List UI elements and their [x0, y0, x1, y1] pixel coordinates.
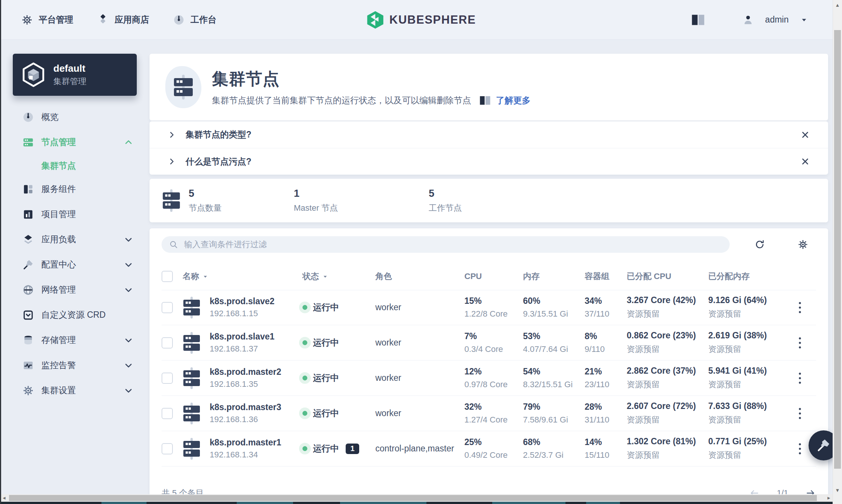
sidebar-item-app-workloads[interactable]: 应用负载	[0, 227, 150, 252]
column-settings-gear-icon[interactable]	[798, 239, 808, 250]
column-header[interactable]: 已分配 CPU	[627, 271, 708, 282]
sidebar-item-cluster-nodes[interactable]: 集群节点	[0, 155, 150, 177]
faq-row-node-types[interactable]: 集群节点的类型?	[150, 121, 828, 148]
allocated-memory: 7.633 Gi (88%)	[708, 401, 783, 411]
column-header[interactable]: 容器组	[585, 271, 627, 282]
cluster-subtitle: 集群管理	[53, 76, 86, 87]
sidebar-item-cluster-settings[interactable]: 集群设置	[0, 378, 150, 403]
row-checkbox[interactable]	[162, 408, 173, 419]
scroll-left-arrow[interactable]: ◄	[0, 494, 8, 502]
column-label: 已分配内存	[708, 271, 750, 282]
column-header[interactable]: 名称	[183, 271, 302, 282]
sidebar-item-label: 概览	[41, 111, 133, 123]
select-all-checkbox[interactable]	[162, 271, 173, 282]
scroll-up-arrow[interactable]: ▲	[833, 0, 842, 10]
row-checkbox[interactable]	[162, 302, 173, 313]
node-name[interactable]: k8s.prod.master1	[210, 438, 281, 448]
nav-item-appstore[interactable]: 应用商店	[97, 14, 149, 26]
column-label: 容器组	[585, 271, 609, 282]
close-icon[interactable]	[800, 130, 810, 140]
sidebar-item-service-components[interactable]: 服务组件	[0, 177, 150, 202]
node-name[interactable]: k8s.prod.master2	[210, 367, 281, 377]
nav-item-workbench[interactable]: 工作台	[173, 14, 216, 26]
horizontal-scroll-thumb[interactable]	[9, 495, 817, 501]
cluster-selector[interactable]: default 集群管理	[13, 54, 137, 96]
user-menu-caret-icon[interactable]	[800, 16, 808, 24]
search-icon	[169, 240, 178, 249]
vertical-scrollbar[interactable]: ▲ ▼	[833, 0, 842, 504]
sidebar-item-config-center[interactable]: 配置中心	[0, 252, 150, 277]
row-actions-kebab-icon[interactable]	[798, 407, 802, 420]
stat-label: 工作节点	[429, 202, 462, 214]
memory-percent: 79%	[523, 402, 585, 412]
row-checkbox[interactable]	[162, 443, 173, 454]
sidebar-menu: 概览 节点管理 集群节点 服务组件 项目管理 应用负载	[0, 104, 150, 403]
sidebar-item-label: 节点管理	[41, 136, 124, 148]
column-header[interactable]: 已分配内存	[708, 271, 783, 282]
stat-total-nodes: 5 节点数量	[162, 179, 222, 222]
status-dot	[302, 376, 307, 380]
page-header-card: 集群节点 集群节点提供了当前集群下节点的运行状态，以及可以编辑删除节点 了解更多	[150, 54, 828, 121]
close-icon[interactable]	[800, 157, 810, 166]
row-checkbox[interactable]	[162, 337, 173, 349]
column-header[interactable]: CPU	[464, 272, 523, 281]
memory-percent: 68%	[523, 437, 585, 447]
documentation-icon[interactable]	[691, 14, 705, 26]
row-actions-kebab-icon[interactable]	[798, 337, 802, 349]
faq-row-node-taints[interactable]: 什么是节点污点?	[150, 148, 828, 175]
name-cell: k8s.prod.master2 192.168.1.35	[183, 367, 302, 389]
column-header[interactable]: 状态	[302, 271, 375, 282]
horizontal-scrollbar[interactable]: ◄ ►	[0, 494, 833, 502]
allocated-memory: 2.619 Gi (38%)	[708, 330, 783, 341]
column-header[interactable]: 角色	[375, 271, 464, 282]
globe-icon	[23, 284, 34, 296]
sidebar-item-monitoring[interactable]: 监控告警	[0, 353, 150, 378]
status-text: 运行中	[313, 372, 339, 384]
cpu-cell: 7% 0.3/4 Core	[464, 331, 523, 354]
sidebar-item-crd[interactable]: 自定义资源 CRD	[0, 302, 150, 327]
allocated-memory-cell: 5.941 Gi (41%) 资源预留	[708, 366, 783, 390]
node-ip: 192.168.1.36	[210, 415, 281, 424]
node-icon	[183, 403, 201, 424]
sidebar-item-label: 项目管理	[41, 208, 133, 220]
row-actions-kebab-icon[interactable]	[798, 301, 802, 314]
row-checkbox[interactable]	[162, 373, 173, 384]
sidebar-item-storage[interactable]: 存储管理	[0, 327, 150, 353]
sidebar-item-node-management[interactable]: 节点管理	[0, 130, 150, 155]
column-label: 状态	[302, 271, 319, 282]
learn-more-link[interactable]: 了解更多	[496, 95, 531, 106]
faq-card: 集群节点的类型? 什么是节点污点?	[150, 121, 828, 175]
row-actions-kebab-icon[interactable]	[798, 442, 802, 455]
user-avatar-icon[interactable]	[742, 14, 754, 26]
scroll-right-arrow[interactable]: ►	[825, 494, 833, 502]
taint-badge: 1	[346, 444, 359, 454]
vertical-scroll-thumb[interactable]	[834, 30, 841, 469]
hammer-icon	[816, 438, 831, 453]
refresh-icon[interactable]	[754, 239, 765, 250]
row-actions-kebab-icon[interactable]	[798, 372, 802, 385]
column-header[interactable]: 内存	[523, 271, 585, 282]
column-label: 内存	[523, 271, 540, 282]
sidebar-item-label: 监控告警	[41, 359, 124, 371]
sidebar-item-projects[interactable]: 项目管理	[0, 202, 150, 227]
node-role: control-plane,master	[375, 444, 464, 454]
memory-cell: 68% 2.52/3.7 Gi	[523, 437, 585, 460]
status-dot	[302, 446, 307, 451]
sidebar-item-overview[interactable]: 概览	[0, 104, 150, 130]
node-name[interactable]: k8s.prod.slave1	[210, 332, 275, 342]
node-name[interactable]: k8s.prod.master3	[210, 402, 281, 412]
scroll-down-arrow[interactable]: ▼	[833, 485, 842, 495]
search-bar[interactable]	[162, 236, 730, 253]
cpu-percent: 12%	[464, 367, 523, 377]
pods-detail: 23/110	[585, 380, 627, 389]
node-name[interactable]: k8s.prod.slave2	[210, 296, 275, 306]
allocated-cpu: 3.267 Core (42%)	[627, 295, 708, 305]
cpu-cell: 12% 0.97/8 Core	[464, 367, 523, 389]
storage-icon	[23, 335, 34, 346]
search-input[interactable]	[183, 239, 722, 250]
sidebar-item-network[interactable]: 网络管理	[0, 277, 150, 302]
sidebar-item-label: 网络管理	[41, 284, 124, 296]
nav-item-platform[interactable]: 平台管理	[21, 14, 73, 26]
username[interactable]: admin	[765, 15, 789, 25]
status-cell: 运行中 1	[302, 443, 375, 454]
